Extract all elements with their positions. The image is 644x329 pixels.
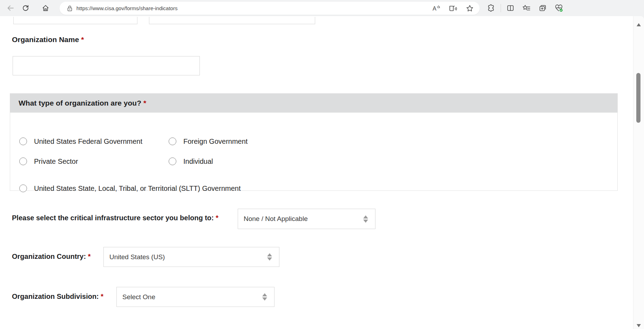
- select-spinner-icon: [267, 253, 272, 261]
- web-page-content: Organization Name * What type of organiz…: [0, 16, 644, 329]
- radio-option-label: Individual: [183, 157, 213, 166]
- radio-option-foreign-government[interactable]: Foreign Government: [169, 137, 248, 146]
- url-text[interactable]: https://www.cisa.gov/forms/share-indicat…: [76, 5, 432, 11]
- split-screen-icon: [506, 4, 515, 12]
- toolbar-extension-area: [485, 2, 565, 14]
- radio-option-label: United States Federal Government: [34, 137, 142, 146]
- country-select[interactable]: United States (US): [103, 247, 279, 267]
- radio-option-sltt-government[interactable]: United States State, Local, Tribal, or T…: [19, 184, 241, 193]
- read-aloud-icon[interactable]: A: [432, 4, 441, 13]
- sector-label-text: Please select the critical infrastructur…: [12, 214, 214, 222]
- radio-option-label: Private Sector: [34, 157, 78, 166]
- radio-button-icon[interactable]: [19, 157, 27, 165]
- country-label: Organization Country: *: [12, 253, 90, 261]
- sector-selected-value: None / Not Applicable: [244, 215, 363, 223]
- collections-icon: [538, 4, 547, 12]
- select-spinner-icon: [363, 215, 368, 223]
- country-label-text: Organization Country:: [12, 253, 86, 260]
- radio-option-private-sector[interactable]: Private Sector: [19, 157, 78, 166]
- refresh-button[interactable]: [20, 2, 32, 14]
- subdivision-selected-value: Select One: [122, 293, 262, 301]
- organization-name-input[interactable]: [13, 56, 200, 75]
- scrollbar-thumb[interactable]: [636, 73, 640, 123]
- organization-type-group: What type of organization are you? * Uni…: [10, 93, 618, 191]
- extensions-button[interactable]: [485, 2, 497, 14]
- cutoff-input-right[interactable]: [149, 17, 315, 24]
- back-button[interactable]: [5, 2, 16, 14]
- browser-toolbar: https://www.cisa.gov/forms/share-indicat…: [0, 0, 644, 16]
- required-asterisk: *: [143, 99, 146, 107]
- cutoff-input-left[interactable]: [13, 17, 137, 24]
- split-screen-button[interactable]: [504, 2, 516, 14]
- country-selected-value: United States (US): [109, 253, 267, 261]
- refresh-icon: [22, 4, 29, 12]
- extensions-puzzle-icon: [487, 4, 495, 12]
- required-asterisk: *: [81, 35, 84, 43]
- organization-type-header: What type of organization are you? *: [10, 94, 617, 113]
- subdivision-label: Organization Subdivision: *: [12, 293, 103, 301]
- organization-type-question: What type of organization are you?: [19, 99, 141, 107]
- radio-option-individual[interactable]: Individual: [169, 157, 213, 166]
- scroll-down-arrow-icon[interactable]: [637, 324, 641, 327]
- svg-text:A: A: [433, 6, 436, 12]
- subdivision-label-text: Organization Subdivision:: [12, 293, 99, 300]
- sector-select[interactable]: None / Not Applicable: [238, 209, 375, 229]
- favorites-list-button[interactable]: [521, 2, 533, 14]
- toolbar-divider: [501, 4, 501, 12]
- sector-label: Please select the critical infrastructur…: [12, 214, 218, 222]
- home-button[interactable]: [40, 2, 52, 14]
- radio-button-icon[interactable]: [169, 137, 176, 145]
- radio-button-icon[interactable]: [19, 184, 27, 192]
- immersive-reader-icon[interactable]: [449, 4, 458, 13]
- lock-icon[interactable]: [67, 5, 73, 12]
- organization-name-label: Organization Name *: [12, 35, 84, 44]
- select-spinner-icon: [262, 293, 267, 301]
- favorite-star-icon[interactable]: [466, 4, 474, 13]
- radio-button-icon[interactable]: [19, 137, 27, 145]
- required-asterisk: *: [101, 293, 103, 300]
- required-asterisk: *: [216, 214, 218, 222]
- vertical-scrollbar[interactable]: [633, 16, 644, 329]
- organization-name-label-text: Organization Name: [12, 35, 79, 43]
- required-asterisk: *: [88, 253, 91, 260]
- address-bar[interactable]: https://www.cisa.gov/forms/share-indicat…: [60, 2, 480, 15]
- collections-button[interactable]: [537, 2, 549, 14]
- radio-option-label: United States State, Local, Tribal, or T…: [34, 184, 241, 193]
- radio-option-us-federal-government[interactable]: United States Federal Government: [19, 137, 142, 146]
- browser-essentials-heart-icon: [554, 4, 563, 13]
- radio-option-label: Foreign Government: [183, 137, 248, 146]
- favorites-list-icon: [522, 4, 531, 12]
- browser-essentials-button[interactable]: [553, 2, 565, 14]
- subdivision-select[interactable]: Select One: [116, 287, 274, 307]
- scroll-up-arrow-icon[interactable]: [637, 23, 641, 26]
- radio-button-icon[interactable]: [169, 157, 176, 165]
- back-icon: [7, 4, 14, 12]
- home-icon: [42, 4, 49, 12]
